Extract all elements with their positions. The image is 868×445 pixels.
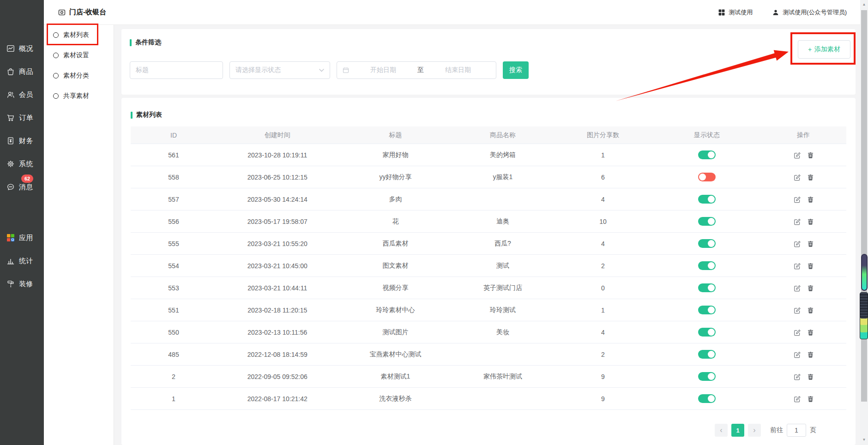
sidebar-item-message[interactable]: 消息 62 [0,175,44,198]
start-date-placeholder: 开始日期 [351,66,416,74]
status-toggle[interactable] [698,150,716,159]
cell-title: 图文素材 [338,262,453,270]
scroll-up-icon[interactable]: ▲ [860,2,868,6]
cell-title: 素材测试1 [338,373,453,381]
apps-icon [6,233,15,242]
edit-icon[interactable] [793,395,801,403]
status-filter-select[interactable]: 请选择显示状态 [229,61,330,79]
edit-icon[interactable] [793,174,801,181]
status-toggle[interactable] [698,283,716,292]
sidebar-item-decoration[interactable]: 装修 [0,272,44,295]
cell-shares: 1 [553,307,653,314]
search-button[interactable]: 搜索 [503,61,529,79]
page-scrollbar[interactable]: ▲ ▼ [860,0,868,445]
sidebar-item-overview[interactable]: 概况 [0,37,44,60]
sidebar-item-stats[interactable]: 统计 [0,249,44,272]
status-toggle[interactable] [698,306,716,314]
delete-icon[interactable] [807,262,814,270]
table-row: 553 2023-03-21 10:44:11 视频分享 英子测试门店 0 [131,277,846,299]
status-toggle[interactable] [698,239,716,248]
cell-title: yy好物分享 [338,173,453,181]
next-page-button[interactable]: › [748,424,761,437]
sidebar-item-member[interactable]: 会员 [0,83,44,106]
sidebar-item-goods[interactable]: 商品 [0,60,44,83]
delete-icon[interactable] [807,373,814,380]
sidebar-item-label: 订单 [19,114,33,122]
cell-id: 553 [131,284,217,292]
table-row: 550 2023-02-13 10:11:56 测试图片 美妆 4 [131,321,846,343]
status-toggle[interactable] [698,372,716,381]
edit-icon[interactable] [793,284,801,292]
delete-icon[interactable] [807,307,814,314]
status-toggle[interactable] [698,261,716,270]
cell-product: 测试 [453,262,553,270]
status-toggle[interactable] [698,394,716,403]
cell-shares: 10 [553,218,653,225]
edit-icon[interactable] [793,307,801,314]
status-toggle[interactable] [698,195,716,204]
sidebar-item-finance[interactable]: 财务 [0,129,44,152]
status-toggle[interactable] [698,328,716,337]
delete-icon[interactable] [807,151,814,159]
edit-icon[interactable] [793,218,801,225]
sidebar-item-label: 应用 [19,234,33,242]
delete-icon[interactable] [807,240,814,247]
status-toggle[interactable] [698,350,716,359]
scroll-down-icon[interactable]: ▼ [860,438,868,442]
workspace-label: 测试使用 [729,8,753,17]
account-menu[interactable]: 测试使用(公众号管理员) [772,8,847,17]
radio-circle-icon [53,73,59,78]
table-row: 556 2023-05-17 19:58:07 花 迪奥 10 [131,210,846,233]
edit-icon[interactable] [793,329,801,336]
add-material-button[interactable]: + 添加素材 [798,40,850,59]
cell-created: 2022-09-05 09:52:06 [217,373,338,380]
delete-icon[interactable] [807,196,814,203]
cell-title: 多肉 [338,195,453,204]
cell-title: 家用好物 [338,151,453,159]
scrollbar-thumb[interactable] [861,10,867,402]
browser-extension-widget[interactable] [860,292,868,339]
delete-icon[interactable] [807,284,814,292]
sidebar-item-label: 统计 [19,257,33,265]
pagination: ‹ 1 › 前往 页 [715,424,816,437]
cell-created: 2023-05-30 14:24:14 [217,196,338,203]
submenu-item-material-settings[interactable]: 素材设置 [44,45,114,66]
delete-icon[interactable] [807,395,814,403]
status-filter-placeholder: 请选择显示状态 [235,66,281,74]
submenu-item-material-category[interactable]: 素材分类 [44,66,114,86]
title-filter-input[interactable]: 标题 [130,61,223,79]
browser-extension-widget[interactable] [861,254,868,291]
table-row: 557 2023-05-30 14:24:14 多肉 4 [131,188,846,210]
delete-icon[interactable] [807,329,814,336]
filter-section-title-text: 条件筛选 [135,38,161,47]
submenu-item-shared-material[interactable]: 共享素材 [44,86,114,106]
cell-created: 2022-12-08 18:14:59 [217,351,338,358]
edit-icon[interactable] [793,351,801,358]
delete-icon[interactable] [807,174,814,181]
table-section-title-text: 素材列表 [136,111,162,119]
table-row: 551 2023-02-18 11:20:15 玲玲素材中心 玲玲测试 1 [131,299,846,321]
main-sidebar: 概况 商品 会员 订单 财务 系统 消息 62 应用 统计 装修 [0,0,44,445]
sidebar-item-apps[interactable]: 应用 [0,226,44,249]
status-toggle[interactable] [698,217,716,226]
goto-page-input[interactable] [787,424,806,437]
sidebar-item-label: 商品 [19,67,33,76]
edit-icon[interactable] [793,240,801,247]
edit-icon[interactable] [793,151,801,159]
edit-icon[interactable] [793,262,801,270]
current-page-button[interactable]: 1 [731,424,744,437]
edit-icon[interactable] [793,196,801,203]
cell-title: 花 [338,217,453,226]
sidebar-item-order[interactable]: 订单 [0,106,44,129]
prev-page-button[interactable]: ‹ [715,424,728,437]
sidebar-item-system[interactable]: 系统 [0,152,44,175]
status-toggle[interactable] [698,173,716,181]
date-range-picker[interactable]: 开始日期 至 结束日期 [337,61,496,79]
delete-icon[interactable] [807,351,814,358]
edit-icon[interactable] [793,373,801,380]
workspace-switcher[interactable]: 测试使用 [718,8,753,17]
delete-icon[interactable] [807,218,814,225]
submenu-item-material-list[interactable]: 素材列表 [44,25,114,45]
col-header-status: 显示状态 [653,131,761,139]
cell-id: 556 [131,218,217,225]
